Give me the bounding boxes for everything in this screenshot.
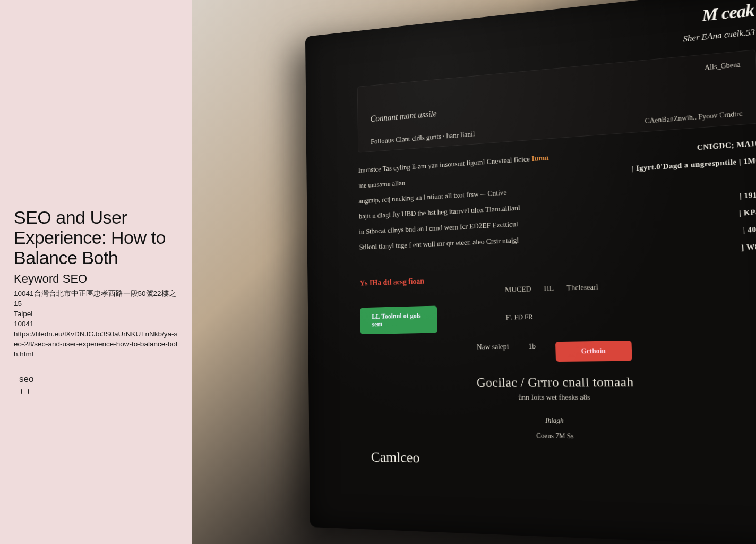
- data-rows: Immstce Tas cyling li-am yau insousmt li…: [358, 135, 756, 270]
- page-title: SEO and User Experience: How to Balance …: [14, 207, 178, 268]
- row-value: | 40,0: [743, 225, 756, 234]
- info-sidebar: SEO and User Experience: How to Balance …: [0, 0, 192, 544]
- danger-button[interactable]: Gcthoin: [555, 341, 632, 362]
- footer-line-1: Ihlagh: [362, 415, 756, 427]
- footer-brand: Camlсeo: [362, 448, 756, 473]
- row-value: | KP4.: [739, 208, 756, 218]
- city: Taipei: [14, 309, 178, 319]
- primary-button[interactable]: LL Toolnul ot gols sem: [360, 306, 437, 335]
- seo-badge-wrap: seo: [14, 374, 178, 396]
- row-text: me umsame allan: [358, 179, 405, 190]
- address-num: 15: [14, 299, 178, 309]
- footer-line-2: Coens 7M Ss: [362, 430, 756, 443]
- panel-sub-right: CAenBanZnwih.. Fyoov Crndtrc: [645, 109, 742, 125]
- panel-sub-left: Follonus Clant cidls gunts · hanr lianil: [371, 130, 475, 146]
- sales-value: 1b: [528, 342, 536, 362]
- mid-label: Thclesearl: [566, 283, 598, 292]
- sidebar-spacer: [14, 13, 178, 207]
- address-line: 10041台灣台北市中正區忠孝西路一段50號22樓之: [14, 289, 178, 299]
- sales-row: Naw salepi 1b Gcthoin: [360, 338, 756, 363]
- hero-photo: M ceak Sher EAna cuelk.53 Alls_Gbena Con…: [192, 0, 756, 544]
- big-headline: Gocilac / Grтro cnall tomaah: [361, 373, 756, 390]
- panel-top-right: Alls_Gbena: [705, 61, 741, 72]
- mid-label: MUCED: [505, 285, 531, 294]
- row-value: ] W80: [741, 242, 756, 252]
- footer-zone: Ihlagh Coens 7M Ss Camlсeo: [362, 415, 756, 473]
- keyword-line: Keyword SEO: [14, 272, 178, 286]
- row-value: | 1912: [740, 190, 756, 200]
- dashboard-screen: M ceak Sher EAna cuelk.53 Alls_Gbena Con…: [305, 0, 756, 544]
- source-url: https://filedn.eu/lXvDNJGJo3S0aUrNKUTnNk…: [14, 329, 178, 360]
- btn-gap-label: F'. FD FR: [448, 312, 595, 323]
- seo-badge-label: seo: [19, 374, 178, 385]
- row-value: CNIGDC; MA10: [697, 139, 756, 152]
- sales-label: Naw salepi: [477, 343, 509, 363]
- mid-label: HL: [544, 284, 554, 293]
- button-row: LL Toolnul ot gols sem F'. FD FR: [360, 297, 756, 334]
- row-highlight: Iumn: [531, 154, 549, 163]
- big-subline: ünn Ioits wet fhesks a8s: [361, 393, 756, 402]
- postal: 10041: [14, 319, 178, 329]
- card-icon: [21, 389, 29, 394]
